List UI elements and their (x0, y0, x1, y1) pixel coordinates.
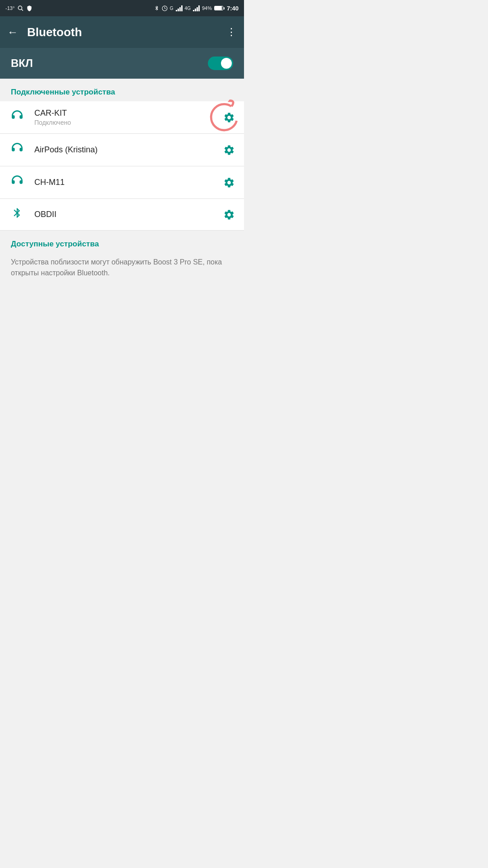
time: 7:40 (227, 5, 239, 12)
headphone-icon-car-kit (9, 108, 25, 126)
svg-point-0 (19, 6, 22, 9)
bluetooth-icon-obdii (9, 206, 25, 223)
settings-button-car-kit[interactable] (223, 112, 235, 123)
svg-line-1 (22, 9, 23, 11)
bluetooth-toggle[interactable] (208, 57, 233, 70)
settings-button-obdii[interactable] (223, 209, 235, 221)
device-item-obdii: OBDII (0, 199, 244, 231)
available-section-description: Устройства поблизости могут обнаружить B… (0, 253, 244, 288)
status-left: -13° (5, 5, 33, 11)
network-type: 4G (185, 6, 191, 11)
toggle-row: ВКЛ (0, 48, 244, 79)
bluetooth-status-icon (154, 5, 160, 11)
top-bar: ← Bluetooth ⋮ (0, 16, 244, 48)
device-name-airpods: AirPods (Kristina) (34, 145, 223, 155)
status-bar: -13° G 4G 94% (0, 0, 244, 16)
status-right: G 4G 94% 7:40 (154, 5, 239, 12)
search-icon (17, 5, 23, 11)
content-area: Подключенные устройства CAR-KIT Подключе… (0, 79, 244, 288)
headphone-icon-airpods (9, 141, 25, 159)
signal-bars-1 (176, 5, 183, 11)
device-name-car-kit: CAR-KIT (34, 108, 223, 118)
device-status-car-kit: Подключено (34, 119, 223, 126)
bluetooth-toggle-label: ВКЛ (11, 57, 33, 70)
device-item-car-kit: CAR-KIT Подключено (0, 101, 244, 134)
network-g: G (170, 6, 174, 11)
clock-icon (162, 5, 168, 11)
page-title: Bluetooth (27, 25, 226, 39)
shield-icon (26, 5, 33, 11)
battery-icon (214, 6, 225, 10)
device-info-car-kit: CAR-KIT Подключено (34, 108, 223, 126)
connected-section-header: Подключенные устройства (0, 79, 244, 101)
device-name-obdii: OBDII (34, 210, 223, 219)
temperature: -13° (5, 5, 14, 11)
device-item-chm11: CH-M11 (0, 166, 244, 199)
battery-percent: 94% (202, 5, 212, 11)
device-item-airpods: AirPods (Kristina) (0, 134, 244, 166)
device-info-obdii: OBDII (34, 210, 223, 219)
back-button[interactable]: ← (7, 26, 18, 38)
device-info-chm11: CH-M11 (34, 178, 223, 187)
more-options-button[interactable]: ⋮ (226, 26, 237, 38)
settings-button-airpods[interactable] (223, 144, 235, 156)
device-info-airpods: AirPods (Kristina) (34, 145, 223, 155)
signal-bars-2 (193, 5, 200, 11)
headphone-icon-chm11 (9, 174, 25, 191)
settings-button-chm11[interactable] (223, 177, 235, 189)
available-section-header: Доступные устройства (0, 231, 244, 253)
device-name-chm11: CH-M11 (34, 178, 223, 187)
